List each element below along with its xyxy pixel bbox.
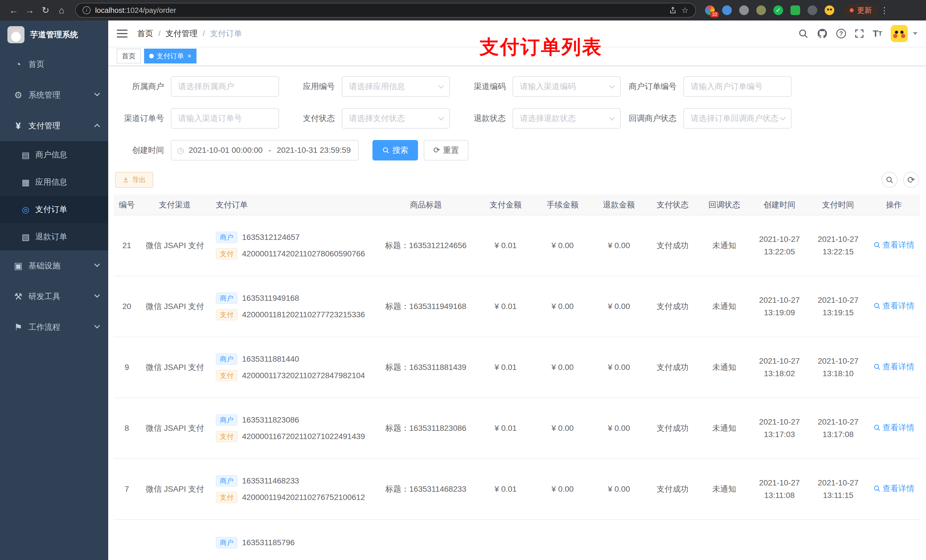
refund-amount: ¥ 0.00: [608, 241, 630, 250]
export-button[interactable]: 导出: [115, 172, 153, 188]
browser-chrome: ← → ↻ ⌂ i localhost:1024/pay/order ☆ 10 …: [0, 0, 926, 21]
browser-update-button[interactable]: 更新: [843, 3, 878, 17]
pay-status-select[interactable]: [342, 109, 449, 128]
app-no-select[interactable]: [342, 77, 449, 96]
tab-home[interactable]: 首页: [117, 49, 141, 63]
fullscreen-icon[interactable]: [855, 29, 864, 38]
view-detail-link[interactable]: 查看详情: [873, 239, 914, 251]
extensions-area: 10 ✓: [705, 5, 834, 15]
share-icon[interactable]: [669, 6, 677, 14]
extension-icon-3[interactable]: [739, 5, 749, 15]
sidebar-item-home[interactable]: ◔ 首页: [0, 49, 108, 80]
refresh-icon[interactable]: ↻: [38, 2, 53, 18]
site-info-icon[interactable]: i: [83, 6, 91, 14]
extension-icon-8[interactable]: [825, 5, 834, 15]
date-end-value: 2021-10-31 23:59:59: [277, 146, 351, 155]
update-dot-icon: [850, 8, 854, 12]
filter-label: 回调商户状态: [626, 113, 683, 124]
toggle-search-icon[interactable]: [882, 172, 897, 188]
annotation-title: 支付订单列表: [480, 34, 602, 60]
refund-status-select[interactable]: [513, 109, 620, 128]
reset-button-label: 重置: [443, 145, 459, 155]
close-icon[interactable]: ×: [188, 53, 191, 59]
help-icon[interactable]: ?: [836, 29, 846, 38]
col-id: 编号: [114, 195, 140, 215]
extension-icon-7[interactable]: [808, 5, 817, 15]
merchant-order-no-input[interactable]: [684, 77, 791, 96]
merchant-card-icon: ▤: [20, 150, 32, 160]
github-icon[interactable]: [817, 28, 828, 39]
sidebar-item-label: 应用信息: [35, 177, 67, 187]
pay-time: 2021-10-27 13:17:08: [818, 417, 858, 439]
merchant-filter-input[interactable]: [171, 77, 278, 96]
filter-label: 渠道编码: [455, 81, 513, 92]
search-button[interactable]: 搜索: [372, 140, 418, 160]
pay-tag: 支付: [216, 248, 238, 260]
view-detail-label: 查看详情: [882, 421, 914, 434]
chevron-up-icon: [94, 124, 100, 130]
sidebar-item-merchant-info[interactable]: ▤ 商户信息: [0, 141, 108, 169]
sidebar-item-label: 研发工具: [29, 291, 61, 302]
extension-icon-6[interactable]: [790, 5, 800, 15]
table-row: 20 微信 JSAPI 支付 商户 1635311949168 支付 42000…: [114, 276, 920, 337]
sidebar-toggle-icon[interactable]: [117, 30, 127, 38]
home-icon[interactable]: ⌂: [53, 2, 70, 18]
pay-status: 支付成功: [657, 302, 688, 311]
breadcrumb-home[interactable]: 首页: [137, 28, 153, 39]
view-detail-link[interactable]: 查看详情: [873, 482, 914, 495]
workflow-icon: ⚑: [11, 322, 25, 333]
channel-code-select[interactable]: [513, 77, 620, 96]
pay-amount: ¥ 0.01: [495, 424, 517, 433]
chevron-down-icon: [94, 323, 100, 328]
breadcrumb-payment[interactable]: 支付管理: [166, 28, 198, 39]
sidebar-item-devtools[interactable]: ⚒ 研发工具: [0, 281, 108, 312]
clock-icon: ◷: [177, 146, 184, 155]
table-row: 21 微信 JSAPI 支付 商户 1635312124657 支付 42000…: [114, 215, 920, 276]
view-detail-label: 查看详情: [882, 239, 914, 251]
payment-submenu: ▤ 商户信息 ▦ 应用信息 ◎ 支付订单 ▧ 退款订单: [0, 141, 108, 251]
extension-icon-4[interactable]: [756, 5, 766, 15]
extension-icon-5[interactable]: ✓: [773, 5, 783, 15]
reset-button[interactable]: ⟳ 重置: [424, 140, 468, 160]
sidebar-item-payment[interactable]: ¥ 支付管理: [0, 110, 108, 141]
pay-status: 支付成功: [657, 485, 688, 494]
sidebar-item-refund-order[interactable]: ▧ 退款订单: [0, 223, 108, 251]
back-icon[interactable]: ←: [6, 2, 22, 18]
bookmark-star-icon[interactable]: ☆: [681, 6, 688, 15]
col-create-time: 创建时间: [750, 195, 809, 215]
sidebar-item-infra[interactable]: ▣ 基础设施: [0, 251, 108, 281]
view-detail-link[interactable]: 查看详情: [873, 421, 914, 434]
channel-order-no: 4200001174202110278060590766: [242, 248, 365, 260]
sidebar-item-workflow[interactable]: ⚑ 工作流程: [0, 312, 108, 343]
sidebar-item-label: 支付订单: [35, 204, 67, 215]
yen-icon: ¥: [11, 121, 25, 131]
sidebar-item-pay-order[interactable]: ◎ 支付订单: [0, 196, 108, 223]
refresh-table-icon[interactable]: ⟳: [903, 172, 919, 188]
font-size-icon[interactable]: TT: [873, 29, 882, 39]
order-id: 21: [123, 241, 131, 250]
browser-menu-icon[interactable]: ⋮: [878, 5, 891, 15]
merchant-tag: 商户: [216, 475, 238, 487]
view-detail-link[interactable]: 查看详情: [873, 300, 914, 312]
forward-icon[interactable]: →: [22, 2, 38, 18]
breadcrumb-current: 支付订单: [210, 28, 242, 39]
sidebar-item-system[interactable]: ⚙ 系统管理: [0, 80, 108, 110]
app-logo[interactable]: 芋道管理系统: [0, 21, 108, 49]
create-time-range-picker[interactable]: ◷ 2021-10-01 00:00:00 - 2021-10-31 23:59…: [171, 140, 359, 160]
notify-status-select[interactable]: [684, 109, 791, 128]
extension-icon-2[interactable]: [722, 5, 732, 15]
filter-label: 创建时间: [114, 145, 171, 155]
search-button-label: 搜索: [392, 145, 409, 155]
navbar-actions: ? TT: [798, 25, 917, 42]
address-bar[interactable]: i localhost:1024/pay/order ☆: [75, 3, 696, 18]
tab-pay-order[interactable]: 支付订单 ×: [144, 49, 197, 63]
avatar-caret-icon[interactable]: [913, 32, 917, 35]
search-icon[interactable]: [798, 29, 808, 39]
channel-order-no-input[interactable]: [171, 109, 278, 128]
view-detail-link[interactable]: 查看详情: [873, 361, 914, 373]
table-toolbar: 导出 ⟳: [114, 172, 920, 188]
pay-channel: 微信 JSAPI 支付: [146, 363, 204, 371]
user-avatar[interactable]: [891, 25, 908, 42]
extension-icon-1[interactable]: 10: [705, 5, 715, 15]
sidebar-item-app-info[interactable]: ▦ 应用信息: [0, 169, 108, 196]
